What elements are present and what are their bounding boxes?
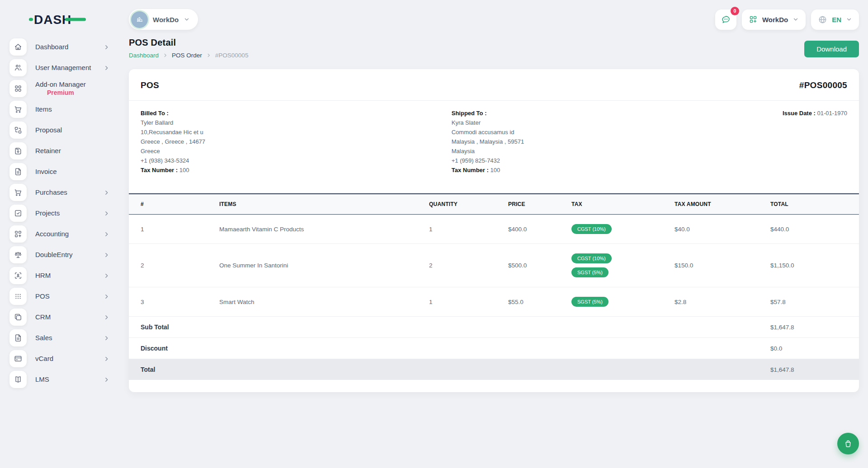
billed-name: Tyler Ballard <box>141 118 452 127</box>
floppy-disk-icon <box>9 142 27 159</box>
shipped-address-line: Malaysia <box>452 146 783 156</box>
sidebar-item-label: Retainer <box>35 147 61 155</box>
col-items: ITEMS <box>215 194 425 215</box>
chevron-down-icon <box>184 16 190 23</box>
sidebar-item-label: Projects <box>35 209 60 217</box>
subtotal-row: Sub Total $1,647.8 <box>129 317 859 338</box>
sidebar: DASH Dashboard User Management Add-on Ma… <box>0 0 118 468</box>
row-quantity: 2 <box>425 244 504 287</box>
breadcrumb-pos-order[interactable]: POS Order <box>172 52 202 59</box>
chevron-right-icon <box>104 65 109 71</box>
cart-icon <box>9 101 27 118</box>
sidebar-item-projects[interactable]: Projects <box>0 203 118 224</box>
breadcrumb-dashboard[interactable]: Dashboard <box>129 52 159 59</box>
items-table: # ITEMS QUANTITY PRICE TAX TAX AMOUNT TO… <box>129 193 859 380</box>
table-row: 2 One Summer In Santorini 2 $500.0 CGST … <box>129 244 859 287</box>
app-menu-label: WorkDo <box>762 16 788 23</box>
chevron-right-icon <box>104 252 109 258</box>
sidebar-item-label: Accounting <box>35 230 69 238</box>
shipped-tax-number: Tax Number : 100 <box>452 165 783 175</box>
sidebar-item-vcard[interactable]: vCard <box>0 348 118 369</box>
tax-badge: CGST (10%) <box>571 253 612 263</box>
total-label: Total <box>129 359 766 380</box>
sidebar-item-user-management[interactable]: User Management <box>0 57 118 78</box>
col-quantity: QUANTITY <box>425 194 504 215</box>
copy-frame-icon <box>9 309 27 326</box>
sidebar-item-label: Purchases <box>35 188 67 197</box>
total-row: Total $1,647.8 <box>129 359 859 380</box>
brand-logo[interactable]: DASH <box>29 12 86 27</box>
tax-badge: SGST (5%) <box>571 297 609 307</box>
chat-bubble-icon <box>721 14 731 25</box>
row-price: $400.0 <box>504 215 567 244</box>
discount-label: Discount <box>129 338 766 359</box>
row-index: 1 <box>129 215 215 244</box>
row-item-name: Smart Watch <box>215 287 425 317</box>
chevron-down-icon <box>846 16 852 23</box>
grid-add-icon <box>9 225 27 243</box>
sidebar-item-label: POS <box>35 292 50 300</box>
shopping-bag-icon <box>843 439 853 449</box>
app-menu-dropdown[interactable]: WorkDo <box>742 9 806 30</box>
row-item-name: One Summer In Santorini <box>215 244 425 287</box>
pos-heading: POS <box>141 80 159 90</box>
file-text-icon <box>9 163 27 180</box>
sidebar-item-accounting[interactable]: Accounting <box>0 224 118 244</box>
sidebar-item-purchases[interactable]: Purchases <box>0 182 118 203</box>
sidebar-item-lms[interactable]: LMS <box>0 369 118 390</box>
sidebar-item-sales[interactable]: Sales <box>0 328 118 348</box>
cart-fab-button[interactable] <box>837 433 859 454</box>
users-icon <box>9 59 27 76</box>
shipped-name: Kyra Slater <box>452 118 783 127</box>
billed-phone: +1 (938) 343-5324 <box>141 156 452 165</box>
shipped-address-line: Commodi accusamus id <box>452 127 783 137</box>
sidebar-item-proposal[interactable]: Proposal <box>0 120 118 140</box>
sidebar-item-items[interactable]: Items <box>0 99 118 120</box>
billed-address-line: Greece , Greece , 14677 <box>141 137 452 146</box>
cart-icon <box>9 184 27 201</box>
tax-badge: SGST (5%) <box>571 267 609 277</box>
workspace-name: WorkDo <box>153 16 179 23</box>
file-text-icon <box>9 329 27 346</box>
page-header: POS Detail Dashboard POS Order #POS00005… <box>129 37 859 59</box>
sidebar-item-hrm[interactable]: HRM <box>0 265 118 286</box>
messages-button[interactable]: 0 <box>715 9 736 30</box>
chevron-right-icon <box>163 53 168 58</box>
topbar-actions: 0 WorkDo EN <box>715 9 859 30</box>
premium-badge: Premium <box>35 89 86 97</box>
download-button[interactable]: Download <box>804 41 859 57</box>
billed-address-line: Greece <box>141 146 452 156</box>
topbar: WorkDo 0 WorkDo EN <box>129 0 859 30</box>
sidebar-item-crm[interactable]: CRM <box>0 307 118 328</box>
col-price: PRICE <box>504 194 567 215</box>
scale-icon <box>9 246 27 263</box>
discount-row: Discount $0.0 <box>129 338 859 359</box>
workspace-switcher[interactable]: WorkDo <box>129 9 198 30</box>
chevron-right-icon <box>104 377 109 383</box>
sidebar-item-label: Sales <box>35 334 52 342</box>
dots-grid-icon <box>9 288 27 305</box>
sidebar-nav: Dashboard User Management Add-on Manager… <box>0 37 118 390</box>
sidebar-item-doubleentry[interactable]: DoubleEntry <box>0 244 118 265</box>
sidebar-item-label: Proposal <box>35 126 62 134</box>
billed-address-line: 10,Recusandae Hic et u <box>141 127 452 137</box>
sidebar-item-pos[interactable]: POS <box>0 286 118 307</box>
sidebar-item-addon-manager[interactable]: Add-on Manager Premium <box>0 78 118 99</box>
sidebar-item-label: CRM <box>35 313 51 321</box>
message-count-badge: 0 <box>731 7 739 15</box>
table-header-row: # ITEMS QUANTITY PRICE TAX TAX AMOUNT TO… <box>129 194 859 215</box>
transform-icon <box>9 122 27 139</box>
page-title: POS Detail <box>129 37 248 48</box>
billed-tax-number: Tax Number : 100 <box>141 165 452 175</box>
table-row: 1 Mamaearth Vitamin C Products 1 $400.0 … <box>129 215 859 244</box>
sidebar-item-label: Items <box>35 105 52 113</box>
sidebar-item-dashboard[interactable]: Dashboard <box>0 37 118 57</box>
shipped-to-block: Shipped To : Kyra Slater Commodi accusam… <box>452 108 783 175</box>
sidebar-item-label: Dashboard <box>35 43 68 51</box>
language-dropdown[interactable]: EN <box>811 9 859 30</box>
sidebar-item-label: DoubleEntry <box>35 251 73 259</box>
building-icon <box>136 15 144 23</box>
sidebar-item-invoice[interactable]: Invoice <box>0 161 118 182</box>
globe-icon <box>818 15 827 24</box>
sidebar-item-retainer[interactable]: Retainer <box>0 140 118 161</box>
